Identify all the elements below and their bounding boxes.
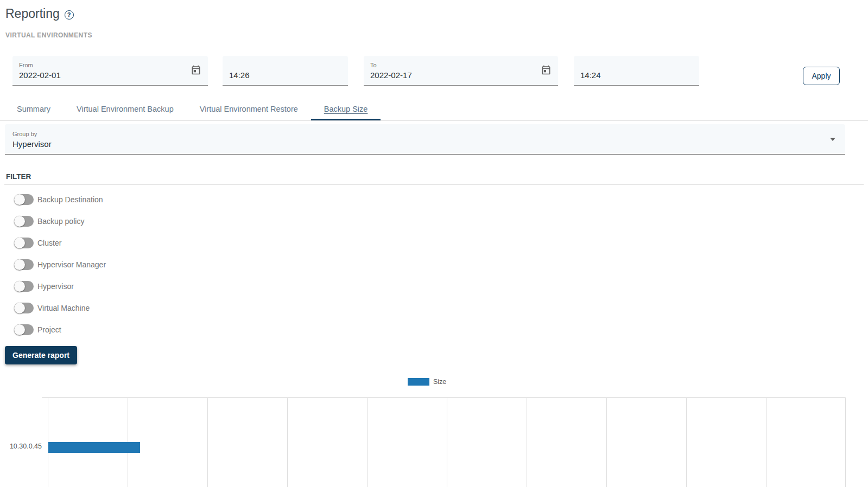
filter-row-hypervisor: Hypervisor [14,281,106,292]
backup-size-chart: 10.30.0.45 [0,398,868,487]
toggle-backup-policy[interactable] [14,216,34,227]
generate-report-button[interactable]: Generate raport [5,346,77,364]
toggle-knob [14,281,25,292]
toggle-knob [14,303,25,313]
calendar-icon[interactable] [541,65,552,75]
axis-tick [42,398,48,398]
page-title: Reporting [5,7,60,21]
chart-legend-item-size[interactable]: Size [408,378,446,386]
apply-button[interactable]: Apply [803,67,840,85]
filter-row-backup-policy: Backup policy [14,216,106,227]
toggle-knob [14,238,25,248]
toggle-label: Project [37,325,61,334]
from-date-field[interactable]: From 2022-02-01 [12,56,208,86]
toggle-label: Hypervisor [37,282,74,291]
page-header: Reporting ? [5,7,74,21]
to-date-label: To [370,62,377,68]
tab-virtual-environment-backup[interactable]: Virtual Environment Backup [64,98,187,120]
filter-row-virtual-machine: Virtual Machine [14,303,106,313]
toggle-backup-destination[interactable] [14,194,34,205]
chart-bar [48,442,140,453]
chart-category-label: 10.30.0.45 [0,443,42,450]
group-by-label: Group by [12,131,37,137]
report-tabs: Summary Virtual Environment Backup Virtu… [0,98,868,121]
toggle-virtual-machine[interactable] [14,303,34,313]
reporting-page: Reporting ? VIRTUAL ENVIRONMENTS From 20… [0,0,868,487]
from-time-field[interactable]: 14:26 [223,56,348,86]
help-icon[interactable]: ? [65,10,74,20]
to-time-field[interactable]: 14:24 [574,56,699,86]
filter-row-project: Project [14,324,106,335]
filter-row-backup-destination: Backup Destination [14,194,106,205]
legend-label: Size [433,378,446,386]
toggle-label: Hypervisor Manager [37,260,106,269]
divider [4,184,864,185]
toggle-label: Virtual Machine [37,304,90,312]
from-date-value: 2022-02-01 [19,71,61,80]
to-time-value: 14:24 [580,71,601,80]
toggle-hypervisor[interactable] [14,281,34,292]
toggle-hypervisor-manager[interactable] [14,259,34,270]
toggle-label: Backup policy [37,217,84,226]
chart-plot-area [48,398,846,487]
toggle-cluster[interactable] [14,238,34,248]
toggle-label: Cluster [37,239,61,247]
filter-heading: FILTER [6,172,31,181]
tab-virtual-environment-restore[interactable]: Virtual Environment Restore [187,98,311,120]
to-date-field[interactable]: To 2022-02-17 [364,56,558,86]
toggle-knob [14,194,25,205]
from-time-value: 14:26 [229,71,250,80]
legend-swatch [408,378,429,386]
group-by-value: Hypervisor [12,139,52,149]
chevron-down-icon [830,138,835,141]
filter-row-cluster: Cluster [14,238,106,248]
tab-backup-size[interactable]: Backup Size [311,98,381,120]
toggle-knob [14,216,25,227]
toggle-label: Backup Destination [37,195,103,204]
toggle-project[interactable] [14,324,34,335]
tab-summary[interactable]: Summary [4,98,64,120]
toggle-knob [14,324,25,335]
to-date-value: 2022-02-17 [370,71,412,80]
calendar-icon[interactable] [191,65,201,75]
toggle-knob [14,259,25,270]
filter-row-hypervisor-manager: Hypervisor Manager [14,259,106,270]
from-date-label: From [19,62,33,68]
filter-list: Backup Destination Backup policy Cluster… [14,194,106,346]
section-subtitle: VIRTUAL ENVIRONMENTS [5,31,92,39]
group-by-select[interactable]: Group by Hypervisor [5,124,845,155]
